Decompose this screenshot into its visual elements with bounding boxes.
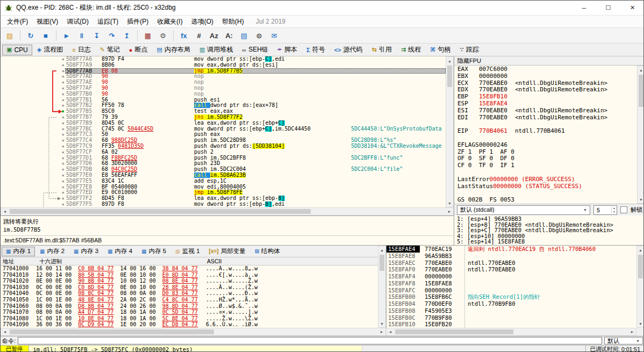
minimize-button[interactable]: ─	[572, 1, 596, 15]
scroll-thumb[interactable]	[380, 255, 384, 271]
disasm-row[interactable]: ●5D8F77A98B06mov eax,dword ptr ds:[esi]	[1, 62, 446, 68]
tab-handles[interactable]: ⌘句柄	[426, 45, 455, 55]
args-count-spinner[interactable]: 5 ▲▼	[593, 205, 617, 215]
menu-item[interactable]: 选项(O)	[187, 16, 218, 27]
dump-row[interactable]: 7704106008 00 0A 00D8 8B 04 7724 00 26 0…	[1, 303, 378, 310]
disasm-row[interactable]: ●5D8F77C468 988DC25Dpush im.5DC28D985DC2…	[1, 138, 446, 143]
breakpoint-dot[interactable]: ●	[62, 132, 64, 138]
menu-item[interactable]: 收藏夹(I)	[153, 16, 187, 27]
breakpoint-dot[interactable]: ●	[62, 190, 64, 196]
stack-row[interactable]: 15E8FAEC770EABE0	[387, 260, 464, 267]
scroll-left-icon[interactable]: ◄	[1, 328, 9, 335]
restart-icon[interactable]: ↻	[24, 29, 38, 42]
disasm-row[interactable]: ●5D8F77F5897D F8mov dword ptr ss:[ebp-8]…	[1, 202, 446, 207]
settings-icon[interactable]: ⚙	[156, 29, 170, 42]
dump-hscrollbar[interactable]: ◄ ►	[1, 328, 386, 336]
execute-till-return-icon[interactable]: ↥	[120, 29, 134, 42]
step-over-icon[interactable]: ↷	[105, 29, 119, 42]
disasm-row[interactable]: ●5D8F77C350push eax	[1, 132, 446, 138]
disasm-row[interactable]: ●5D8F77AF90nop	[1, 85, 446, 91]
tab-call-stack[interactable]: ▥调用堆栈	[195, 45, 237, 55]
tab-log[interactable]: ≡日志	[68, 45, 95, 55]
scroll-up-icon[interactable]: ▲	[637, 246, 644, 254]
breakpoint-dot[interactable]: ●	[62, 143, 64, 149]
dump-row[interactable]: 7704109036 00 36 000C D9 04 771E 00 20 0…	[1, 321, 378, 328]
stack-row[interactable]: 15E8FB0015E8FB6C	[387, 293, 464, 300]
breakpoint-dot[interactable]: ●	[62, 173, 64, 178]
pause-icon[interactable]: ‖	[75, 29, 89, 42]
breakpoint-dot[interactable]: ●	[62, 120, 64, 126]
tab-source[interactable]: <>源代码	[330, 45, 367, 55]
scroll-right-icon[interactable]: ►	[628, 328, 636, 335]
tab-dump-1[interactable]: ▦内存 1	[2, 247, 35, 256]
tab-script[interactable]: ✒脚本	[273, 45, 302, 55]
hide-fpu-button[interactable]: 隐藏FPU	[457, 57, 481, 65]
stack-vscrollbar[interactable]: ▲ ▼	[636, 246, 644, 328]
breakpoint-dot[interactable]: ●	[62, 62, 64, 68]
scroll-up-icon[interactable]: ▲	[638, 66, 644, 74]
breakpoint-dot[interactable]: ●	[62, 184, 64, 190]
tab-dump-5[interactable]: ▦内存 5	[137, 247, 170, 256]
stack-row[interactable]: 15E8FAE4770EAC19	[387, 246, 464, 253]
stack-row[interactable]: 15E8FB1015E8FB20	[387, 321, 464, 328]
calling-convention-select[interactable]: 默认 (stdcall) ▼	[457, 205, 590, 215]
dump-row[interactable]: 7704101012 00 14 0080 5B 04 770E 00 10 0…	[1, 272, 378, 278]
breakpoint-dot[interactable]: ●	[62, 202, 64, 207]
disasm-row[interactable]: ●5D8F77D168 F8BFC25Dpush im.5DC2BFF85DC2…	[1, 155, 446, 161]
stack-arg[interactable]: 5: [esp+14] 15E8FAE8	[457, 239, 644, 245]
disasm-hscrollbar[interactable]: ◄ ►	[1, 207, 454, 215]
run-icon[interactable]: ►	[60, 29, 74, 42]
scroll-thumb[interactable]	[10, 209, 311, 214]
disasm-row[interactable]: ●5D8F77BCC745 0C 5044C45Dmov dword ptr s…	[1, 126, 446, 132]
disasm-row[interactable]: ●5D8F77AD90nop	[1, 74, 446, 80]
tab-locals[interactable]: [x=]局部变量	[205, 247, 250, 256]
breakpoint-dot[interactable]: ●	[62, 97, 64, 103]
register-line[interactable]: EIP770B4061ntdll.770B4061	[457, 128, 636, 135]
dump-row[interactable]: 770410400C 00 0E 0008 8C 04 7708 00 0A 0…	[1, 290, 378, 297]
scroll-thumb[interactable]	[447, 66, 452, 87]
menu-item[interactable]: 插件(P)	[123, 16, 153, 27]
menu-item[interactable]: 帮助(H)	[218, 16, 248, 27]
calculator-icon[interactable]: fx	[177, 29, 191, 42]
disassembly-pane[interactable]: ●5D8F77A6897D F4mov dword ptr ss:[ebp-C]…	[1, 56, 454, 207]
scroll-down-icon[interactable]: ▼	[637, 320, 644, 327]
assemble-icon[interactable]: Az	[207, 29, 221, 42]
disasm-row[interactable]: ●5D8F77B090nop	[1, 91, 446, 97]
tab-notes[interactable]: ✎笔记	[96, 45, 124, 55]
scroll-thumb[interactable]	[639, 75, 643, 107]
scroll-left-icon[interactable]: ◄	[1, 208, 9, 215]
breakpoint-dot[interactable]: ●	[62, 85, 64, 91]
unlock-checkbox[interactable]	[620, 206, 627, 213]
step-into-icon[interactable]: ↧	[90, 29, 104, 42]
disasm-row[interactable]: ●5D8F77E583C4 1Cadd esp,1C	[1, 178, 446, 184]
register-line[interactable]: EDI770EABE0<ntdll.DbgUiRemoteBreakin>	[457, 114, 636, 121]
tab-graph[interactable]: ◈流程图	[33, 45, 67, 55]
disasm-row[interactable]: ●5D8F77CF6A 02push 2	[1, 149, 446, 155]
disasm-row[interactable]: ●5D8F77D668 3D020000push 23D	[1, 161, 446, 167]
disasm-row[interactable]: ●5D8F77B2FF50 78call dword ptr ds:[eax+7…	[1, 103, 446, 109]
spinner-down-icon[interactable]: ▼	[613, 210, 616, 214]
disasm-row[interactable]: ●5D8F77EDE9 0C010000jmp im.5D8F78FE	[1, 190, 446, 196]
breakpoint-dot[interactable]: ●	[62, 167, 64, 173]
stack-row[interactable]: 15E8FB08F45905E3	[387, 307, 464, 314]
scroll-thumb[interactable]	[10, 329, 214, 334]
close-button[interactable]: ✕	[620, 1, 644, 15]
spinner-up-icon[interactable]: ▲	[613, 206, 616, 210]
menu-item[interactable]: 视图(V)	[32, 16, 62, 27]
scroll-right-icon[interactable]: ►	[446, 208, 453, 215]
register-line[interactable]: GS 002B FS 0053	[457, 197, 636, 204]
breakpoint-dot[interactable]: ●	[62, 103, 64, 109]
stack-row[interactable]: 15E8FAF400000000	[387, 273, 464, 280]
memory-map-icon[interactable]: ▤	[237, 29, 251, 42]
disasm-row[interactable]: ●5D8F77ABEB 08jmp im.5D8F77B5	[1, 68, 446, 74]
label-icon[interactable]: A:	[222, 29, 236, 42]
hash-icon[interactable]: #	[192, 29, 206, 42]
disasm-vscrollbar[interactable]: ▲ ▼	[446, 56, 454, 207]
menu-item[interactable]: 文件(F)	[3, 16, 32, 27]
disasm-row[interactable]: ●5D8F77B779 39jns im.5D8F77F2	[1, 114, 446, 120]
scroll-up-icon[interactable]: ▲	[378, 246, 385, 254]
scroll-right-icon[interactable]: ►	[378, 328, 385, 335]
tab-memory-map[interactable]: ▤内存布局	[153, 45, 195, 55]
stack-row[interactable]: 15E8FAF815E8FAE8	[387, 280, 464, 287]
register-line[interactable]: LastStatus00000000 (STATUS_SUCCESS)	[457, 183, 636, 190]
